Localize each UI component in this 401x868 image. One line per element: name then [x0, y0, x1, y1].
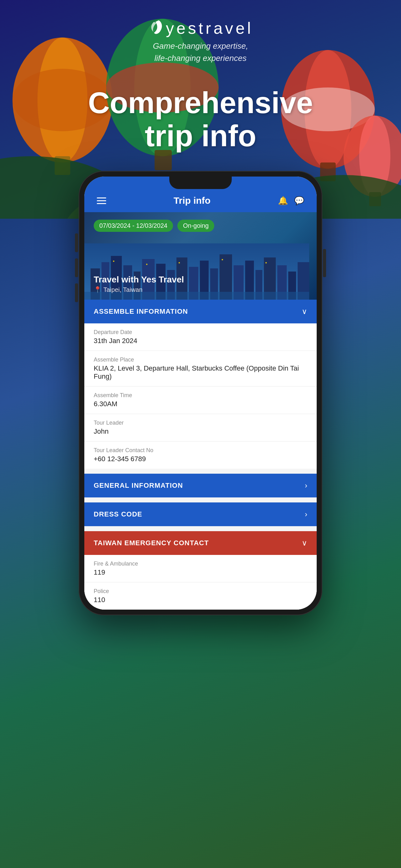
assemble-section-title: ASSEMBLE INFORMATION — [94, 307, 188, 316]
bell-icon[interactable]: 🔔 — [278, 196, 288, 206]
chat-icon[interactable]: 💬 — [294, 196, 304, 206]
assemble-section: ASSEMBLE INFORMATION ∨ Departure Date 31… — [84, 300, 317, 469]
app-title: Trip info — [174, 195, 210, 206]
emergency-section-header[interactable]: TAIWAN EMERGENCY CONTACT ∨ — [84, 531, 317, 555]
phone-notch — [169, 177, 232, 189]
police-value: 110 — [94, 596, 307, 604]
trip-image-area: 07/03/2024 - 12/03/2024 On-going Travel … — [84, 212, 317, 300]
fire-ambulance-row: Fire & Ambulance 119 — [84, 555, 317, 582]
phone-side-buttons-left — [75, 234, 78, 302]
sections-container: ASSEMBLE INFORMATION ∨ Departure Date 31… — [84, 300, 317, 610]
fire-ambulance-value: 119 — [94, 568, 307, 577]
departure-date-row: Departure Date 31th Jan 2024 — [84, 323, 317, 351]
assemble-time-row: Assemble Time 6.30AM — [84, 386, 317, 414]
general-chevron-right-icon: › — [305, 481, 307, 490]
police-row: Police 110 — [84, 582, 317, 610]
emergency-section: TAIWAN EMERGENCY CONTACT ∨ Fire & Ambula… — [84, 531, 317, 610]
trip-name: Travel with Yes Travel — [94, 275, 184, 285]
fire-ambulance-label: Fire & Ambulance — [94, 561, 307, 567]
tour-leader-value: John — [94, 428, 307, 436]
trip-location: 📍 Taipei, Taiwan — [94, 286, 184, 293]
assemble-place-value: KLIA 2, Level 3, Departure Hall, Starbuc… — [94, 364, 307, 380]
assemble-place-row: Assemble Place KLIA 2, Level 3, Departur… — [84, 351, 317, 386]
general-section[interactable]: GENERAL INFORMATION › — [84, 474, 317, 497]
assemble-time-value: 6.30AM — [94, 400, 307, 408]
menu-button[interactable] — [97, 197, 106, 204]
assemble-place-label: Assemble Place — [94, 356, 307, 363]
phone-power-button — [323, 249, 326, 277]
svg-rect-42 — [179, 262, 180, 264]
tour-leader-label: Tour Leader — [94, 420, 307, 426]
general-section-title: GENERAL INFORMATION — [94, 482, 183, 490]
phone-mockup: Trip info 🔔 💬 — [79, 171, 322, 615]
logo-tagline: Game-changing expertise, life-changing e… — [153, 40, 248, 64]
tour-leader-contact-value: +60 12-345 6789 — [94, 455, 307, 463]
police-label: Police — [94, 588, 307, 595]
trip-title-area: Travel with Yes Travel 📍 Taipei, Taiwan — [94, 275, 184, 293]
dress-code-chevron-right-icon: › — [305, 510, 307, 519]
svg-rect-41 — [146, 264, 147, 265]
tour-leader-contact-label: Tour Leader Contact No — [94, 447, 307, 454]
logo-area: yestravel Game-changing expertise, life-… — [148, 19, 253, 64]
emergency-chevron-down-icon: ∨ — [302, 539, 307, 548]
tour-leader-row: Tour Leader John — [84, 414, 317, 441]
departure-date-label: Departure Date — [94, 329, 307, 336]
hero-heading: Comprehensive trip info — [88, 86, 313, 152]
svg-rect-43 — [222, 259, 223, 260]
brand-name: yestravel — [166, 19, 253, 37]
assemble-info-rows: Departure Date 31th Jan 2024 Assemble Pl… — [84, 323, 317, 469]
svg-rect-40 — [113, 260, 114, 262]
dress-code-section-title: DRESS CODE — [94, 510, 142, 518]
assemble-time-label: Assemble Time — [94, 392, 307, 399]
emergency-info-rows: Fire & Ambulance 119 Police 110 — [84, 555, 317, 610]
departure-date-value: 31th Jan 2024 — [94, 337, 307, 345]
yestravel-logo-icon — [148, 19, 163, 37]
trip-badges: 07/03/2024 - 12/03/2024 On-going — [94, 220, 214, 232]
assemble-chevron-down-icon: ∨ — [302, 307, 307, 316]
svg-rect-44 — [265, 262, 267, 264]
tour-leader-contact-row: Tour Leader Contact No +60 12-345 6789 — [84, 441, 317, 469]
assemble-section-header[interactable]: ASSEMBLE INFORMATION ∨ — [84, 300, 317, 323]
emergency-section-title: TAIWAN EMERGENCY CONTACT — [94, 539, 209, 547]
trip-date-badge: 07/03/2024 - 12/03/2024 — [94, 220, 173, 232]
location-pin-icon: 📍 — [94, 286, 101, 293]
trip-status-badge: On-going — [177, 220, 214, 232]
dress-code-section[interactable]: DRESS CODE › — [84, 502, 317, 526]
